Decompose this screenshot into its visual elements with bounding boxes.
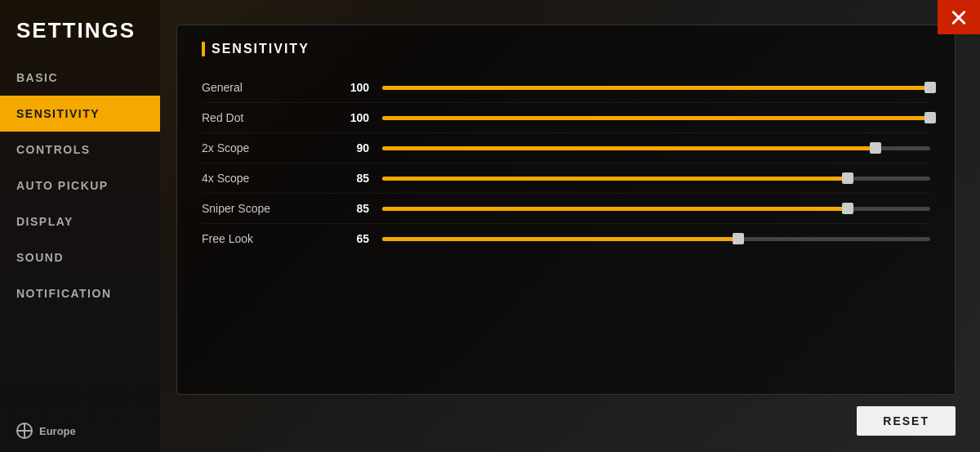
slider-value-3: 85 — [332, 172, 369, 185]
sidebar-item-basic[interactable]: BASIC — [0, 60, 160, 96]
sidebar-item-sensitivity[interactable]: SENSITIVITY — [0, 96, 160, 132]
slider-row-2: 2x Scope90 — [202, 133, 930, 163]
slider-label-5: Free Look — [202, 232, 332, 245]
slider-fill-3 — [382, 177, 848, 181]
slider-row-1: Red Dot100 — [202, 103, 930, 133]
slider-row-3: 4x Scope85 — [202, 163, 930, 194]
sidebar-item-notification[interactable]: NOTIFICATION — [0, 275, 160, 311]
slider-thumb-0[interactable] — [924, 82, 936, 93]
app-container: SETTINGS BASICSENSITIVITYCONTROLSAUTO PI… — [0, 0, 980, 452]
slider-row-4: Sniper Scope85 — [202, 194, 930, 224]
panel-title: SENSITIVITY — [202, 42, 930, 56]
slider-track-5 — [382, 237, 930, 241]
sidebar-nav: BASICSENSITIVITYCONTROLSAUTO PICKUPDISPL… — [0, 60, 160, 311]
globe-icon — [16, 423, 33, 439]
sliders-list: General100Red Dot1002x Scope904x Scope85… — [202, 73, 930, 253]
slider-fill-0 — [382, 86, 930, 90]
slider-track-0 — [382, 86, 930, 90]
slider-row-5: Free Look65 — [202, 224, 930, 253]
slider-label-1: Red Dot — [202, 111, 332, 124]
region-label: Europe — [39, 425, 76, 437]
sidebar-item-display[interactable]: DISPLAY — [0, 204, 160, 239]
slider-track-container-5[interactable] — [382, 237, 930, 241]
slider-track-1 — [382, 116, 930, 120]
slider-track-container-0[interactable] — [382, 86, 930, 90]
slider-row-0: General100 — [202, 73, 930, 103]
slider-track-container-2[interactable] — [382, 146, 930, 150]
slider-label-2: 2x Scope — [202, 141, 332, 154]
slider-track-2 — [382, 146, 930, 150]
close-button[interactable] — [938, 0, 980, 34]
reset-button[interactable]: RESET — [857, 406, 956, 436]
slider-fill-1 — [382, 116, 930, 120]
slider-value-0: 100 — [332, 81, 369, 94]
region-selector[interactable]: Europe — [0, 409, 160, 452]
slider-track-3 — [382, 177, 930, 181]
slider-track-container-4[interactable] — [382, 207, 930, 211]
slider-track-container-1[interactable] — [382, 116, 930, 120]
slider-fill-5 — [382, 237, 738, 241]
slider-value-4: 85 — [332, 202, 369, 215]
sidebar-item-controls[interactable]: CONTROLS — [0, 132, 160, 168]
slider-label-4: Sniper Scope — [202, 202, 332, 215]
slider-track-container-3[interactable] — [382, 177, 930, 181]
slider-thumb-1[interactable] — [924, 112, 936, 123]
slider-thumb-3[interactable] — [842, 172, 853, 184]
slider-value-1: 100 — [332, 111, 369, 124]
sensitivity-panel: SENSITIVITY General100Red Dot1002x Scope… — [176, 25, 956, 395]
sidebar: SETTINGS BASICSENSITIVITYCONTROLSAUTO PI… — [0, 0, 160, 452]
main-content: SENSITIVITY General100Red Dot1002x Scope… — [160, 0, 980, 452]
slider-value-5: 65 — [332, 232, 369, 245]
slider-fill-2 — [382, 146, 875, 150]
slider-value-2: 90 — [332, 141, 369, 154]
slider-thumb-5[interactable] — [733, 233, 744, 244]
sidebar-item-sound[interactable]: SOUND — [0, 239, 160, 275]
bottom-bar: RESET — [176, 406, 956, 436]
slider-label-0: General — [202, 81, 332, 94]
slider-track-4 — [382, 207, 930, 211]
sidebar-item-auto-pickup[interactable]: AUTO PICKUP — [0, 168, 160, 204]
settings-title: SETTINGS — [0, 8, 160, 60]
slider-fill-4 — [382, 207, 848, 211]
slider-thumb-4[interactable] — [842, 203, 853, 214]
slider-label-3: 4x Scope — [202, 172, 332, 185]
slider-thumb-2[interactable] — [870, 142, 881, 154]
